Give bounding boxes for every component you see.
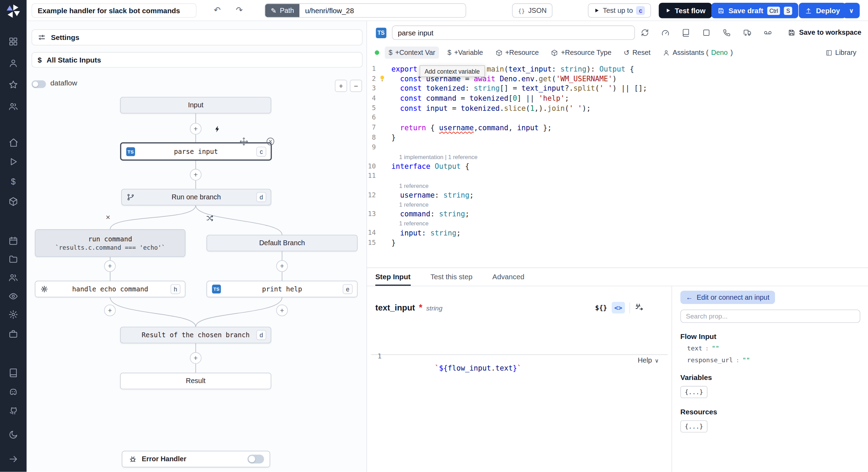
error-handler-toggle[interactable] (248, 455, 264, 464)
codelens-link[interactable]: 1 reference (367, 181, 868, 190)
codelens-link[interactable]: 1 reference (367, 200, 868, 209)
groups-icon[interactable] (8, 101, 19, 112)
lightbulb-icon[interactable] (379, 75, 386, 82)
trigger-bolt-icon[interactable] (214, 125, 221, 133)
code-line[interactable]: 15} (367, 238, 868, 248)
library-button[interactable]: Library (821, 47, 860, 59)
resources-expand-chip[interactable]: {...} (681, 420, 708, 432)
runs-play-icon[interactable] (8, 156, 19, 167)
add-context-var-button[interactable]: $ +Context Var (385, 47, 439, 59)
home-icon[interactable] (8, 137, 19, 148)
tab-advanced[interactable]: Advanced (492, 268, 524, 286)
help-link[interactable]: Help ∨ (638, 357, 659, 364)
windmill-logo-icon[interactable] (6, 4, 20, 18)
variables-dollar-icon[interactable]: $ (8, 175, 19, 187)
code-line[interactable]: 8} (367, 133, 868, 142)
flow-node-result[interactable]: Result (120, 373, 271, 389)
code-line[interactable]: 13 command: string; (367, 209, 868, 219)
voicemail-icon[interactable] (763, 28, 773, 37)
flow-node-run-command-branch[interactable]: run command `results.c.command === 'echo… (35, 229, 185, 257)
test-up-to-button[interactable]: Test up to c (588, 3, 651, 18)
codelens-link[interactable]: 1 reference (367, 219, 868, 228)
path-edit-button[interactable]: ✎ Path (265, 4, 300, 17)
schedules-calendar-icon[interactable] (8, 235, 19, 247)
add-step-button[interactable]: + (190, 352, 201, 364)
flow-node-run-one-branch[interactable]: Run one branch d (121, 189, 271, 206)
add-step-button[interactable]: + (104, 305, 116, 316)
window-icon[interactable] (702, 28, 711, 37)
undo-icon[interactable]: ↶ (214, 5, 220, 16)
reset-button[interactable]: ↺ Reset (620, 46, 654, 59)
remove-branch-icon[interactable]: × (106, 213, 110, 221)
code-line[interactable]: 6 (367, 113, 868, 123)
add-variable-button[interactable]: $ +Variable (444, 47, 487, 59)
user-icon[interactable] (8, 58, 19, 69)
save-draft-button[interactable]: Save draft Ctrl S (711, 3, 798, 18)
sync-icon[interactable] (641, 28, 650, 37)
prop-row-response-url[interactable]: response_url:"" (681, 356, 860, 364)
code-line[interactable]: 11 (367, 171, 868, 181)
delete-step-icon[interactable] (266, 137, 275, 146)
add-step-button[interactable]: + (276, 260, 288, 272)
code-line[interactable]: 5 const input = tokenized.slice(1,).join… (367, 103, 868, 113)
expr-mode-button[interactable]: ${} (595, 304, 607, 312)
code-line[interactable]: 12 username: string; (367, 190, 868, 200)
add-resource-button[interactable]: +Resource (491, 47, 543, 59)
code-line[interactable]: 10interface Output { (367, 162, 868, 171)
book-icon[interactable] (682, 28, 691, 37)
connect-plug-icon[interactable] (634, 303, 644, 312)
dark-mode-moon-icon[interactable] (8, 429, 19, 440)
add-step-button[interactable]: + (190, 169, 201, 180)
step-name-input[interactable] (392, 25, 635, 40)
add-step-button[interactable]: + (104, 260, 116, 272)
gauge-icon[interactable] (661, 28, 670, 37)
phone-icon[interactable] (723, 28, 732, 37)
path-field[interactable]: ✎ Path u/henri/flow_28 (265, 3, 466, 18)
code-mode-button[interactable]: <> (611, 302, 625, 313)
code-line[interactable]: 3 const tokenized: string[] = text_input… (367, 84, 868, 93)
code-line[interactable]: 14 input: string; (367, 228, 868, 238)
flow-node-default-branch[interactable]: Default Branch (207, 235, 358, 251)
code-line[interactable]: 7 return { username,command, input }; (367, 123, 868, 133)
edit-or-connect-button[interactable]: ← Edit or connect an input (681, 291, 775, 304)
move-step-icon[interactable] (239, 137, 249, 146)
add-resource-type-button[interactable]: +Resource Type (547, 47, 615, 59)
workspace-grid-icon[interactable] (8, 36, 19, 47)
flow-node-input[interactable]: Input (120, 97, 271, 114)
save-to-workspace-button[interactable]: Save to workspace (788, 29, 861, 36)
github-icon[interactable] (8, 405, 19, 416)
code-line[interactable]: 4 const command = tokenized[0] || 'help'… (367, 94, 868, 103)
audit-eye-icon[interactable] (8, 291, 19, 302)
flow-node-handle-echo-command[interactable]: handle echo command h (35, 281, 185, 297)
flow-node-parse-input[interactable]: TS parse input c (120, 142, 272, 161)
flow-node-print-help[interactable]: TS print help e (207, 281, 358, 297)
settings-gear-icon[interactable] (8, 309, 19, 320)
test-flow-button[interactable]: Test flow (659, 3, 712, 18)
folders-icon[interactable] (8, 254, 19, 265)
collapse-sidebar-icon[interactable] (8, 454, 19, 465)
flow-node-branch-result[interactable]: Result of the chosen branch d (120, 327, 271, 343)
variables-expand-chip[interactable]: {...} (681, 386, 708, 398)
discord-icon[interactable] (8, 386, 19, 397)
search-prop-input[interactable] (681, 309, 860, 323)
assistants-button[interactable]: Assistants (Deno) (659, 47, 736, 59)
deploy-dropdown-button[interactable]: ∨ (843, 3, 860, 18)
add-step-button[interactable]: + (190, 123, 201, 134)
favorites-star-icon[interactable] (8, 79, 19, 90)
workers-toolbox-icon[interactable] (8, 328, 19, 339)
input-expression-editor[interactable]: 1 `${flow_input.text}` (371, 339, 668, 355)
error-handler-node[interactable]: Error Handler (122, 451, 270, 467)
redo-icon[interactable]: ↷ (236, 5, 243, 16)
json-button[interactable]: {} JSON (512, 3, 553, 18)
members-icon[interactable] (8, 272, 19, 283)
flow-title[interactable]: Example handler for slack bot commands (32, 3, 197, 18)
add-step-button[interactable]: + (276, 305, 288, 316)
prop-row-text[interactable]: text:"" (681, 345, 860, 352)
codelens-link[interactable]: 1 implementation | 1 reference (367, 152, 868, 162)
tab-test-this-step[interactable]: Test this step (431, 268, 473, 286)
deploy-button[interactable]: Deploy (799, 3, 846, 18)
resources-cube-icon[interactable] (8, 196, 19, 207)
tab-step-input[interactable]: Step Input (375, 268, 410, 286)
vehicle-icon[interactable] (743, 28, 752, 37)
swap-branches-icon[interactable] (206, 214, 215, 223)
